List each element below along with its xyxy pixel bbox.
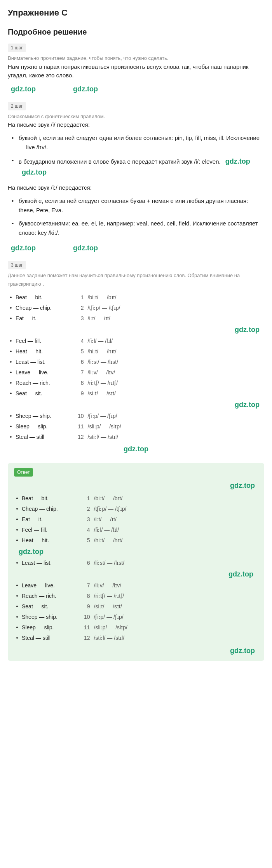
table-row: • Seat — sit. 9 /siːt/ — /sɪt/: [14, 601, 258, 612]
num-cell: 9: [76, 388, 86, 399]
bullet-dot: •: [14, 612, 20, 622]
transcription-cell: /ʃiːp/ — /ʃɪp/: [92, 612, 258, 622]
table-row: • Feel — fill. 4 /fiːl/ — /fɪl/: [8, 336, 264, 346]
num-cell: 10: [76, 411, 86, 421]
bullet-dot: •: [8, 292, 14, 303]
bullet-dot: •: [14, 622, 20, 633]
bullet-dot: •: [14, 633, 20, 643]
table-row: • Heat — hit. 5 /hiːt/ — /hɪt/: [8, 346, 264, 357]
table-row: • Reach — rich. 8 /riːtʃ/ — /rɪtʃ/: [14, 591, 258, 601]
bullet-long-i-1: буквой е, если за ней следует согласная …: [12, 196, 264, 215]
word-pair-cell: Feel — fill.: [14, 336, 76, 346]
table-row: • Sleep — slip. 11 /sliːp/ — /slɪp/: [14, 622, 258, 633]
bullet-short-i-2: в безударном положении в слове буква e п…: [12, 156, 264, 178]
table-row: • Eat — it. 3 /iːt/ — /ɪt/: [8, 313, 264, 324]
bullet-dot: •: [14, 504, 20, 514]
word-pair-cell: Steal — still: [20, 633, 82, 643]
word-pair-cell: Reach — rich.: [20, 591, 82, 601]
num-cell: 3: [82, 514, 92, 525]
watermark-ans-mid: gdz.top: [19, 547, 44, 557]
bullet-dot: •: [8, 411, 14, 421]
table-row: • Cheap — chip. 2 /tʃiːp/ — /tʃɪp/: [14, 504, 258, 514]
word-pair-cell: Beat — bit.: [14, 292, 76, 303]
word-pair-cell: Leave — live.: [14, 367, 76, 378]
word-pair-cell: Sleep — slip.: [14, 421, 76, 432]
num-cell: 2: [82, 504, 92, 514]
watermark-4: gdz.top: [73, 243, 98, 253]
transcription-cell: /liːst/ — /lɪst/: [92, 558, 258, 568]
bullets-long-i: буквой е, если за ней следует согласная …: [8, 196, 264, 238]
watermark-ans-mid2: gdz.top: [228, 569, 253, 580]
watermark-1: gdz.top: [11, 84, 36, 94]
step-1: 1 шаг Внимательно прочитаем задание, что…: [8, 43, 264, 94]
num-cell: 6: [82, 558, 92, 568]
num-cell: 2: [76, 303, 86, 313]
transcription-cell: /tʃiːp/ — /tʃɪp/: [86, 303, 264, 313]
word-pair-cell: Heat — hit.: [20, 535, 82, 546]
bullets-short-i: буквой i, если за ней следует одна или б…: [8, 133, 264, 178]
num-cell: 8: [76, 378, 86, 388]
word-pair-cell: Leave — live.: [20, 580, 82, 591]
num-cell: 5: [82, 535, 92, 546]
table-row: • Heat — hit. 5 /hiːt/ — /hɪt/: [14, 535, 258, 546]
word-pair-cell: Sleep — slip.: [20, 622, 82, 633]
num-cell: 7: [76, 367, 86, 378]
table-row: • Seat — sit. 9 /siːt/ — /sɪt/: [8, 388, 264, 399]
bullet-dot: •: [8, 346, 14, 357]
word-pair-cell: Least — list.: [20, 558, 82, 568]
answer-label: Ответ: [14, 468, 33, 477]
num-cell: 4: [82, 525, 92, 535]
word-pair-cell: Least — list.: [14, 357, 76, 367]
watermark-bottom-table: gdz.top: [124, 444, 148, 454]
num-cell: 4: [76, 336, 86, 346]
transcription-cell: /sliːp/ — /slɪp/: [92, 622, 258, 633]
transcription-cell: /hiːt/ — /hɪt/: [86, 346, 264, 357]
bullet-dot: •: [14, 514, 20, 525]
watermark-inline-1: gdz.top: [225, 156, 250, 167]
transcription-cell: /liːst/ — /lɪst/: [86, 357, 264, 367]
num-cell: 5: [76, 346, 86, 357]
page-title: Упражнение C: [8, 6, 264, 19]
step-3-badge: 3 шаг: [8, 261, 26, 269]
transcription-cell: /stiːl/ — /stɪl/: [86, 432, 264, 442]
word-pair-cell: Beat — bit.: [20, 493, 82, 504]
watermark-answer-2: gdz.top: [230, 646, 255, 656]
bullet-dot: •: [14, 558, 20, 568]
transcription-cell: /iːt/ — /ɪt/: [92, 514, 258, 525]
transcription-cell: /sliːp/ — /slɪp/: [86, 421, 264, 432]
step-2-desc: Ознакомимся с фонетическим правилом.: [8, 114, 105, 119]
answer-table: • Beat — bit. 1 /biːt/ — /bɪt/ • Cheap —…: [14, 493, 258, 643]
num-cell: 12: [76, 432, 86, 442]
step-2-badge: 2 шаг: [8, 102, 26, 110]
word-pair-cell: Sheep — ship.: [20, 612, 82, 622]
watermark-mid2: gdz.top: [235, 400, 260, 410]
table-row: • Eat — it. 3 /iːt/ — /ɪt/: [14, 514, 258, 525]
bullet-dot: •: [8, 303, 14, 313]
num-cell: 6: [76, 357, 86, 367]
transcription-cell: /tʃiːp/ — /tʃɪp/: [92, 504, 258, 514]
word-pair-cell: Cheap — chip.: [14, 303, 76, 313]
bullet-long-i-2: буквосочетаниями: ea, ee, ei, ie, наприм…: [12, 219, 264, 238]
num-cell: 1: [76, 292, 86, 303]
transcription-cell: /liːv/ — /lɪv/: [86, 367, 264, 378]
num-cell: 3: [76, 313, 86, 324]
word-pair-cell: Cheap — chip.: [20, 504, 82, 514]
step-1-content: Нам нужно в парах попрактиковаться произ…: [8, 63, 264, 80]
table-row: • Leave — live. 7 /liːv/ — /lɪv/: [8, 367, 264, 378]
word-pair-cell: Feel — fill.: [20, 525, 82, 535]
bullet-dot: •: [8, 357, 14, 367]
table-row: • Steal — still 12 /stiːl/ — /stɪl/: [14, 633, 258, 643]
transcription-cell: /riːtʃ/ — /rɪtʃ/: [92, 591, 258, 601]
transcription-cell: /siːt/ — /sɪt/: [86, 388, 264, 399]
answer-section: Ответ gdz.top • Beat — bit. 1 /biːt/ — /…: [8, 463, 264, 661]
word-pair-cell: Steal — still: [14, 432, 76, 442]
transcription-cell: /fiːl/ — /fɪl/: [92, 525, 258, 535]
watermark-inline-2: gdz.top: [22, 167, 47, 178]
watermark-answer: gdz.top: [230, 480, 255, 491]
word-pair-cell: Eat — it.: [20, 514, 82, 525]
transcription-cell: /biːt/ — /bɪt/: [86, 292, 264, 303]
step-1-badge: 1 шаг: [8, 44, 26, 52]
table-row: • Sheep — ship. 10 /ʃiːp/ — /ʃɪp/: [8, 411, 264, 421]
step-3: 3 шаг Данное задание поможет нам научить…: [8, 260, 264, 456]
transcription-cell: /ʃiːp/ — /ʃɪp/: [86, 411, 264, 421]
